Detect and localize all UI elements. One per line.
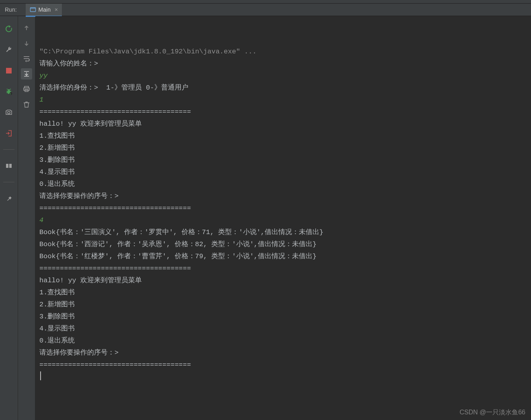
tab-label: Main: [39, 6, 51, 13]
camera-button[interactable]: [3, 107, 14, 118]
body-row: "C:\Program Files\Java\jdk1.8.0_192\bin\…: [0, 16, 531, 420]
console-line: =====================================: [39, 263, 527, 275]
scroll-down-button[interactable]: [21, 38, 32, 49]
close-icon[interactable]: ×: [53, 6, 58, 13]
svg-rect-1: [30, 8, 35, 9]
console-line: 0.退出系统: [39, 178, 527, 190]
console-line: 2.新增图书: [39, 142, 527, 154]
scroll-to-end-button[interactable]: [21, 68, 32, 80]
tab-main[interactable]: Main ×: [26, 4, 62, 17]
console-line: =====================================: [39, 202, 527, 214]
pin-button[interactable]: [3, 193, 14, 204]
svg-rect-6: [6, 164, 8, 168]
console-line: 请选择你要操作的序号：>: [39, 347, 527, 359]
console-line: "C:\Program Files\Java\jdk1.8.0_192\bin\…: [39, 46, 527, 58]
separator: [3, 182, 14, 182]
svg-rect-2: [6, 68, 12, 73]
console-line: yy: [39, 70, 527, 82]
debug-button[interactable]: [3, 86, 14, 97]
svg-point-5: [8, 112, 10, 114]
console-toolbar: [18, 16, 35, 420]
print-button[interactable]: [21, 84, 32, 95]
console-line: 4.显示图书: [39, 166, 527, 178]
run-tab-bar: Run: Main ×: [0, 4, 531, 16]
separator: [3, 149, 14, 150]
console-line: =====================================: [39, 106, 527, 118]
console-line: 1.查找图书: [39, 287, 527, 299]
console-line: hallo! yy 欢迎来到管理员菜单: [39, 118, 527, 130]
console-line: 4.显示图书: [39, 323, 527, 335]
console-line: hallo! yy 欢迎来到管理员菜单: [39, 275, 527, 287]
run-label: Run:: [0, 6, 26, 13]
console-line: Book{书名：'西游记', 作者：'吴承恩', 价格：82, 类型：'小说',…: [39, 239, 527, 251]
svg-rect-9: [24, 88, 29, 90]
console-line: Book{书名：'红楼梦', 作者：'曹雪芹', 价格：79, 类型：'小说',…: [39, 251, 527, 263]
layout-button[interactable]: [3, 160, 14, 171]
console-line: 3.删除图书: [39, 154, 527, 166]
rerun-button[interactable]: [3, 23, 14, 35]
console-line: 请选择你要操作的序号：>: [39, 190, 527, 202]
console-line: 3.删除图书: [39, 311, 527, 323]
run-config-icon: [30, 6, 36, 13]
clear-button[interactable]: [21, 99, 32, 110]
console-output[interactable]: "C:\Program Files\Java\jdk1.8.0_192\bin\…: [35, 16, 531, 420]
watermark: CSDN @一只淡水鱼66: [460, 408, 525, 417]
console-line: 请输入你的姓名：>: [39, 58, 527, 70]
stop-button[interactable]: [3, 65, 14, 76]
top-strip: [0, 0, 531, 4]
run-toolbar-left: [0, 16, 18, 420]
console-line: 1: [39, 94, 527, 106]
console-line: 0.退出系统: [39, 335, 527, 347]
console-line: 4: [39, 214, 527, 226]
soft-wrap-button[interactable]: [21, 53, 32, 64]
wrench-button[interactable]: [3, 44, 14, 55]
console-line: 2.新增图书: [39, 299, 527, 311]
svg-rect-7: [9, 164, 12, 168]
console-line: Book{书名：'三国演义', 作者：'罗贯中', 价格：71, 类型：'小说'…: [39, 226, 527, 239]
input-caret: [40, 371, 41, 380]
console-line: 1.查找图书: [39, 130, 527, 142]
caret-line[interactable]: [39, 371, 527, 383]
scroll-up-button[interactable]: [21, 22, 32, 34]
svg-point-4: [10, 92, 12, 95]
exit-button[interactable]: [3, 128, 14, 139]
console-line: 清选择你的身份：> 1-》管理员 0-》普通用户: [39, 82, 527, 94]
console-line: =====================================: [39, 359, 527, 371]
